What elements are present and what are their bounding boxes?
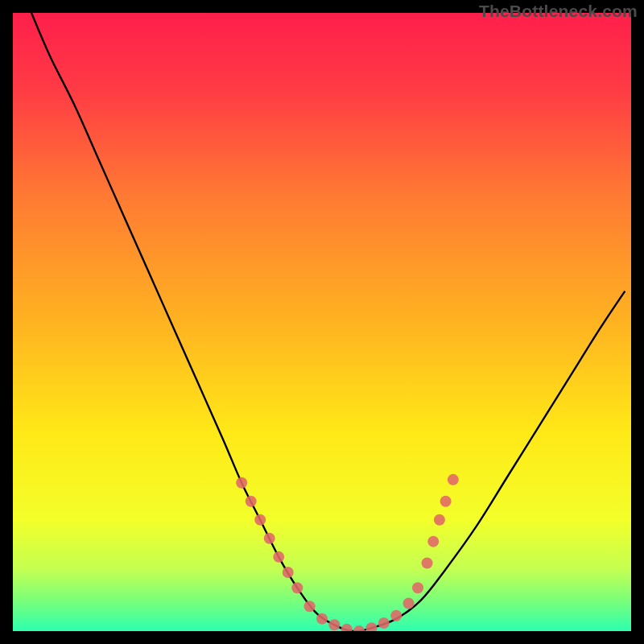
watermark-text: TheBottleneck.com xyxy=(479,2,638,21)
highlight-dot xyxy=(283,567,294,578)
highlight-dot xyxy=(448,474,459,485)
highlight-dot xyxy=(246,496,257,507)
highlight-dot xyxy=(412,582,423,593)
highlight-dot xyxy=(434,514,445,526)
highlight-dot xyxy=(264,533,275,544)
highlight-dot xyxy=(254,514,266,526)
highlight-dot xyxy=(273,551,284,563)
highlight-dot xyxy=(422,558,433,569)
highlight-dot xyxy=(440,496,452,507)
highlight-dot xyxy=(236,477,247,489)
gradient-background xyxy=(13,13,631,631)
highlight-dot xyxy=(304,601,316,612)
bottleneck-chart xyxy=(13,13,631,631)
highlight-dot xyxy=(328,619,340,630)
highlight-dot xyxy=(390,610,402,621)
highlight-dot xyxy=(316,613,328,625)
chart-frame xyxy=(13,13,631,631)
highlight-dot xyxy=(427,536,439,547)
highlight-dot xyxy=(291,582,303,593)
highlight-dot xyxy=(403,597,415,609)
highlight-dot xyxy=(378,617,390,629)
